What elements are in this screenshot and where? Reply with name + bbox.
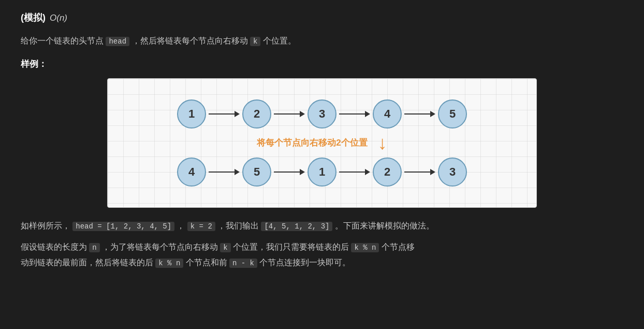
- node-b-5: 5: [242, 158, 271, 187]
- middle-section: 将每个节点向右移动2个位置 ↓: [118, 134, 526, 152]
- node-3: 3: [308, 99, 336, 128]
- p2-line2-before: 动到链表的最前面，然后将链表的后: [21, 258, 153, 267]
- p2-after: 个节点连接到一块即可。: [259, 258, 350, 267]
- p2-code5: n - k: [229, 259, 257, 268]
- title-label: (模拟): [21, 10, 46, 25]
- node-1: 1: [177, 99, 206, 128]
- desc-code-k: k: [250, 37, 260, 46]
- p2-mid2: 个位置，我们只需要将链表的后: [233, 242, 349, 251]
- section-title: 样例：: [21, 57, 623, 71]
- p2-code2: k: [220, 243, 230, 252]
- node-b-4: 4: [177, 158, 206, 187]
- p2-mid1: ，为了将链表每个节点向右移动: [102, 242, 218, 251]
- p2-code1: n: [89, 243, 99, 252]
- node-5: 5: [438, 99, 467, 128]
- node-4: 4: [373, 99, 402, 128]
- p1-before: 如样例所示，: [21, 221, 70, 230]
- paragraph-2: 假设链表的长度为 n ，为了将链表每个节点向右移动 k 个位置，我们只需要将链表…: [21, 239, 623, 270]
- chain-row-top: 1 2 3 4 5: [118, 99, 526, 128]
- down-arrow-icon: ↓: [378, 134, 387, 152]
- complexity-label: O(n): [50, 11, 67, 25]
- p1-after: 。下面来讲解模拟的做法。: [335, 221, 434, 230]
- p2-mid4: 个节点和前: [186, 258, 227, 267]
- node-2: 2: [242, 99, 271, 128]
- p2-code4: k % n: [155, 259, 183, 268]
- p2-code3: k % n: [351, 243, 379, 252]
- p1-mid: ，我们输出: [217, 221, 259, 230]
- node-b-3: 3: [438, 158, 467, 187]
- desc-text-middle: ，然后将链表每个节点向右移动: [132, 36, 248, 45]
- diagram-content: 1 2 3 4 5 将每个节点向右移动2个位置 ↓ 4 5 1 2 3: [118, 99, 526, 187]
- node-b-2: 2: [373, 158, 402, 187]
- desc-text-before: 给你一个链表的头节点: [21, 36, 104, 45]
- node-b-1: 1: [308, 158, 336, 187]
- diagram-container: 1 2 3 4 5 将每个节点向右移动2个位置 ↓ 4 5 1 2 3: [107, 78, 537, 208]
- p2-mid3: 个节点移: [382, 242, 415, 251]
- description-line: 给你一个链表的头节点 head ，然后将链表每个节点向右移动 k 个位置。: [21, 34, 623, 49]
- desc-text-after: 个位置。: [263, 36, 296, 45]
- paragraph-1: 如样例所示， head = [1, 2, 3, 4, 5] ， k = 2 ，我…: [21, 218, 623, 234]
- desc-code-head: head: [106, 37, 129, 46]
- p1-code2: k = 2: [187, 222, 215, 231]
- p2-before: 假设链表的长度为: [21, 242, 87, 251]
- p1-sep1: ，: [177, 221, 185, 230]
- chain-row-bottom: 4 5 1 2 3: [118, 158, 526, 187]
- title-section: (模拟) O(n): [21, 10, 623, 25]
- p1-code3: [4, 5, 1, 2, 3]: [261, 222, 332, 231]
- move-label: 将每个节点向右移动2个位置: [257, 136, 367, 150]
- p1-code1: head = [1, 2, 3, 4, 5]: [72, 222, 174, 231]
